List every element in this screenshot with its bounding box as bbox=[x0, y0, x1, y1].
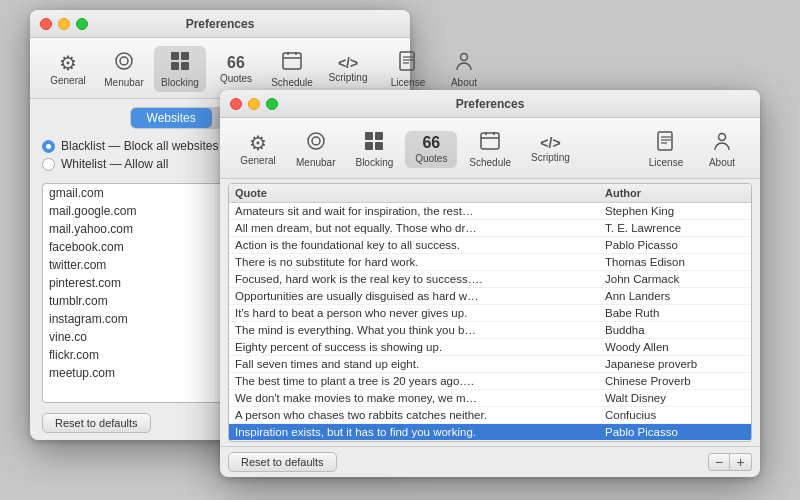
quote-text: Fall seven times and stand up eight. bbox=[235, 358, 605, 370]
add-quote-button[interactable]: + bbox=[730, 453, 752, 471]
gear-icon-2: ⚙ bbox=[249, 133, 267, 153]
toolbar-blocking-label-2: Blocking bbox=[355, 157, 393, 168]
table-row[interactable]: The mind is everything. What you think y… bbox=[229, 322, 751, 339]
toolbar-about-1[interactable]: About bbox=[438, 46, 490, 92]
reset-defaults-button-2[interactable]: Reset to defaults bbox=[228, 452, 337, 472]
radio-blacklist-indicator bbox=[42, 140, 55, 153]
svg-rect-21 bbox=[481, 133, 499, 149]
quote-text-selected: Inspiration exists, but it has to find y… bbox=[235, 426, 605, 438]
quote-text: Focused, hard work is the real key to su… bbox=[235, 273, 605, 285]
blocking-icon-2 bbox=[363, 130, 385, 155]
toolbar-quotes-label-1: Quotes bbox=[220, 73, 252, 84]
maximize-button-2[interactable] bbox=[266, 98, 278, 110]
table-row-selected[interactable]: Inspiration exists, but it has to find y… bbox=[229, 424, 751, 441]
svg-point-0 bbox=[116, 53, 132, 69]
quote-author: Walt Disney bbox=[605, 392, 745, 404]
quote-text: Amateurs sit and wait for inspiration, t… bbox=[235, 205, 605, 217]
schedule-icon-2 bbox=[479, 130, 501, 155]
quote-text: Opportunities are usually disguised as h… bbox=[235, 290, 605, 302]
table-row[interactable]: The best time to plant a tree is 20 year… bbox=[229, 373, 751, 390]
quotes-list[interactable]: Amateurs sit and wait for inspiration, t… bbox=[229, 203, 751, 441]
toolbar-license-2[interactable]: License bbox=[640, 126, 692, 172]
toolbar-menubar-2[interactable]: Menubar bbox=[288, 126, 343, 172]
col-quote-header: Quote bbox=[235, 187, 605, 199]
quote-text: Eighty percent of success is showing up. bbox=[235, 341, 605, 353]
titlebar-2: Preferences bbox=[220, 90, 760, 118]
toolbar-blocking-2[interactable]: Blocking bbox=[347, 126, 401, 172]
table-row[interactable]: Amateurs sit and wait for inspiration, t… bbox=[229, 203, 751, 220]
svg-rect-17 bbox=[365, 132, 373, 140]
toolbar-blocking-1[interactable]: Blocking bbox=[154, 46, 206, 92]
svg-point-29 bbox=[719, 134, 726, 141]
minimize-button-1[interactable] bbox=[58, 18, 70, 30]
table-row[interactable]: Fall seven times and stand up eight. Jap… bbox=[229, 356, 751, 373]
svg-rect-6 bbox=[283, 53, 301, 69]
traffic-lights-2 bbox=[230, 98, 278, 110]
remove-quote-button[interactable]: − bbox=[708, 453, 730, 471]
toolbar-about-2[interactable]: About bbox=[696, 126, 748, 172]
quote-author: Buddha bbox=[605, 324, 745, 336]
svg-rect-10 bbox=[400, 52, 414, 70]
toolbar-about-label-2: About bbox=[709, 157, 735, 168]
quotes-icon-2: 66 bbox=[422, 135, 440, 151]
toolbar-quotes-2[interactable]: 66 Quotes bbox=[405, 131, 457, 168]
toolbar-scripting-1[interactable]: </> Scripting bbox=[322, 52, 374, 87]
table-row[interactable]: We don't make movies to make money, we m… bbox=[229, 390, 751, 407]
close-button-2[interactable] bbox=[230, 98, 242, 110]
quote-text: A person who chases two rabbits catches … bbox=[235, 409, 605, 421]
toolbar-about-label-1: About bbox=[451, 77, 477, 88]
window-title-2: Preferences bbox=[456, 97, 525, 111]
quote-text: We don't make movies to make money, we m… bbox=[235, 392, 605, 404]
svg-rect-18 bbox=[375, 132, 383, 140]
quotes-table-header: Quote Author bbox=[229, 184, 751, 203]
quote-author: Confucius bbox=[605, 409, 745, 421]
table-row[interactable]: Opportunities are usually disguised as h… bbox=[229, 288, 751, 305]
quote-text: The best time to plant a tree is 20 year… bbox=[235, 375, 605, 387]
toolbar-schedule-2[interactable]: Schedule bbox=[461, 126, 519, 172]
reset-defaults-button-1[interactable]: Reset to defaults bbox=[42, 413, 151, 433]
table-row[interactable]: Eighty percent of success is showing up.… bbox=[229, 339, 751, 356]
quote-author: Stephen King bbox=[605, 205, 745, 217]
svg-point-15 bbox=[308, 133, 324, 149]
blocking-icon-1 bbox=[169, 50, 191, 75]
window-title-1: Preferences bbox=[186, 17, 255, 31]
table-row[interactable]: A person who chases two rabbits catches … bbox=[229, 407, 751, 424]
svg-rect-3 bbox=[181, 52, 189, 60]
license-icon-2 bbox=[655, 130, 677, 155]
close-button-1[interactable] bbox=[40, 18, 52, 30]
quote-text: Action is the foundational key to all su… bbox=[235, 239, 605, 251]
quotes-table: Quote Author Amateurs sit and wait for i… bbox=[228, 183, 752, 442]
svg-rect-20 bbox=[375, 142, 383, 150]
menubar-icon-2 bbox=[305, 130, 327, 155]
toolbar-general-label-1: General bbox=[50, 75, 86, 86]
toolbar-quotes-label-2: Quotes bbox=[415, 153, 447, 164]
toolbar-menubar-label-1: Menubar bbox=[104, 77, 143, 88]
radio-whitelist-indicator bbox=[42, 158, 55, 171]
quote-author: Chinese Proverb bbox=[605, 375, 745, 387]
add-remove-group: − + bbox=[708, 453, 752, 471]
toolbar-quotes-1[interactable]: 66 Quotes bbox=[210, 51, 262, 88]
quote-text: The mind is everything. What you think y… bbox=[235, 324, 605, 336]
quote-author: Babe Ruth bbox=[605, 307, 745, 319]
toolbar-schedule-1[interactable]: Schedule bbox=[266, 46, 318, 92]
table-row[interactable]: There is no substitute for hard work. Th… bbox=[229, 254, 751, 271]
maximize-button-1[interactable] bbox=[76, 18, 88, 30]
gear-icon-1: ⚙ bbox=[59, 53, 77, 73]
toolbar-menubar-1[interactable]: Menubar bbox=[98, 46, 150, 92]
toolbar-general-2[interactable]: ⚙ General bbox=[232, 129, 284, 170]
toolbar-schedule-label-2: Schedule bbox=[469, 157, 511, 168]
svg-point-1 bbox=[120, 57, 128, 65]
table-row[interactable]: Action is the foundational key to all su… bbox=[229, 237, 751, 254]
quote-text: There is no substitute for hard work. bbox=[235, 256, 605, 268]
minimize-button-2[interactable] bbox=[248, 98, 260, 110]
table-row[interactable]: It's hard to beat a person who never giv… bbox=[229, 305, 751, 322]
table-row[interactable]: All men dream, but not equally. Those wh… bbox=[229, 220, 751, 237]
toolbar-general-1[interactable]: ⚙ General bbox=[42, 49, 94, 90]
svg-rect-25 bbox=[658, 132, 672, 150]
tab-websites[interactable]: Websites bbox=[131, 108, 212, 128]
toolbar-license-1[interactable]: License bbox=[382, 46, 434, 92]
traffic-lights-1 bbox=[40, 18, 88, 30]
quote-author: Pablo Picasso bbox=[605, 239, 745, 251]
table-row[interactable]: Focused, hard work is the real key to su… bbox=[229, 271, 751, 288]
toolbar-scripting-2[interactable]: </> Scripting bbox=[523, 132, 578, 167]
